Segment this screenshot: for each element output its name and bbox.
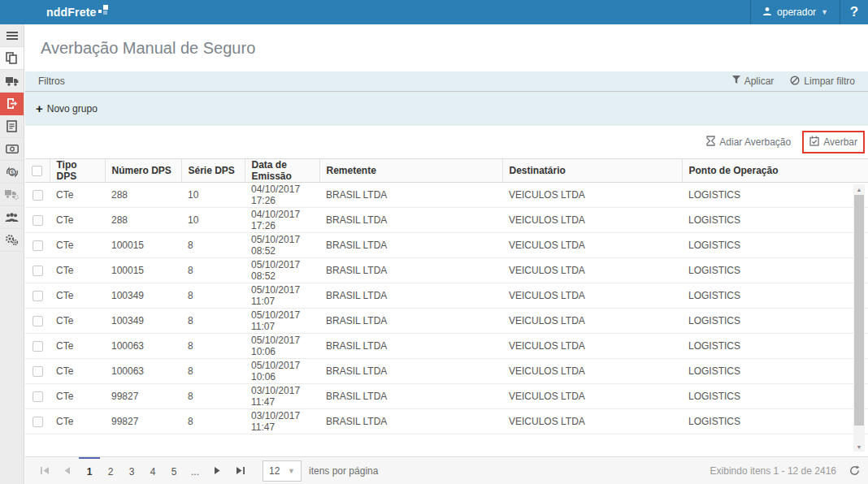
table-row: CTe100063805/10/2017 10:06BRASIL LTDAVEI… bbox=[25, 334, 868, 359]
apply-filter-button[interactable]: Aplicar bbox=[732, 76, 775, 88]
previous-page-button[interactable] bbox=[56, 457, 79, 484]
sidebar-toggle[interactable] bbox=[0, 24, 24, 47]
slash-circle-icon bbox=[790, 76, 800, 88]
cell-remetente: BRASIL LTDA bbox=[319, 233, 502, 258]
last-page-button[interactable] bbox=[228, 457, 251, 484]
column-header-remetente[interactable]: Remetente bbox=[319, 159, 502, 183]
clear-filter-button[interactable]: Limpar filtro bbox=[790, 76, 855, 88]
hamburger-icon bbox=[7, 32, 18, 40]
cell-ponto: LOGISTICS bbox=[682, 384, 868, 409]
cell-remetente: BRASIL LTDA bbox=[319, 283, 502, 309]
cell-numero: 100063 bbox=[105, 359, 181, 384]
cell-tipo: CTe bbox=[50, 283, 105, 309]
filters-panel: Filtros Aplicar Limpar filtro bbox=[25, 71, 868, 126]
sidebar-item-fleet[interactable] bbox=[0, 184, 24, 206]
column-header-data-emissao[interactable]: Data de Emissão bbox=[245, 159, 319, 183]
sidebar: $ bbox=[0, 24, 24, 484]
page-2-button[interactable]: 2 bbox=[100, 457, 121, 484]
row-checkbox[interactable] bbox=[33, 240, 43, 251]
select-all-checkbox[interactable] bbox=[32, 166, 42, 176]
page-size-select[interactable]: 12 ▼ bbox=[263, 460, 302, 482]
page-title: Averbação Manual de Seguro bbox=[25, 24, 868, 71]
column-header-destinatario[interactable]: Destinatário bbox=[502, 159, 682, 183]
column-header-ponto-operacao[interactable]: Ponto de Operação bbox=[682, 159, 868, 183]
row-checkbox[interactable] bbox=[33, 266, 43, 276]
user-menu[interactable]: operador ▼ bbox=[750, 0, 840, 24]
row-checkbox[interactable] bbox=[33, 291, 43, 301]
page-ellipsis[interactable]: ... bbox=[184, 457, 206, 484]
sidebar-item-documents[interactable] bbox=[0, 47, 24, 70]
cell-numero: 288 bbox=[105, 208, 181, 233]
scrollbar-thumb[interactable] bbox=[854, 195, 864, 426]
table-scrollbar[interactable]: ▲ ▼ bbox=[853, 184, 865, 452]
postpone-endorsement-button[interactable]: Adiar Averbação bbox=[706, 136, 791, 149]
endorse-button[interactable]: Averbar bbox=[809, 136, 857, 149]
row-checkbox[interactable] bbox=[33, 215, 43, 226]
cell-serie: 8 bbox=[181, 359, 245, 384]
sidebar-item-users[interactable] bbox=[0, 206, 24, 229]
cell-ponto: LOGISTICS bbox=[682, 334, 868, 359]
cell-numero: 100015 bbox=[105, 233, 181, 258]
topbar-right: operador ▼ ? bbox=[750, 0, 868, 24]
column-header-tipo-dps[interactable]: Tipo DPS bbox=[50, 159, 105, 183]
pager-status: Exibindo itens 1 - 12 de 2416 bbox=[710, 465, 860, 477]
cell-remetente: BRASIL LTDA bbox=[319, 208, 502, 233]
sidebar-item-exchange[interactable]: $ bbox=[0, 161, 24, 184]
cell-serie: 8 bbox=[181, 384, 245, 409]
scroll-up-icon[interactable]: ▲ bbox=[853, 184, 865, 194]
cell-numero: 288 bbox=[105, 183, 181, 208]
cell-remetente: BRASIL LTDA bbox=[319, 334, 502, 359]
cell-data: 03/10/2017 11:47 bbox=[245, 384, 319, 409]
page-4-button[interactable]: 4 bbox=[142, 457, 163, 484]
filters-actions: Aplicar Limpar filtro bbox=[732, 76, 855, 88]
cell-tipo: CTe bbox=[50, 359, 105, 384]
new-group-button[interactable]: + Novo grupo bbox=[36, 103, 98, 115]
table-header-row: Tipo DPS Número DPS Série DPS Data de Em… bbox=[25, 159, 868, 183]
cell-destinatario: VEICULOS LTDA bbox=[502, 359, 682, 384]
topbar: nddFrete operador ▼ ? bbox=[0, 0, 868, 24]
truck-icon bbox=[6, 76, 19, 86]
scroll-down-icon[interactable]: ▼ bbox=[853, 442, 865, 452]
column-header-serie-dps[interactable]: Série DPS bbox=[181, 159, 245, 183]
cell-remetente: BRASIL LTDA bbox=[319, 359, 502, 384]
dps-table: Tipo DPS Número DPS Série DPS Data de Em… bbox=[25, 158, 868, 434]
column-header-numero-dps[interactable]: Número DPS bbox=[105, 159, 181, 183]
cell-destinatario: VEICULOS LTDA bbox=[502, 384, 682, 409]
row-checkbox[interactable] bbox=[33, 417, 43, 427]
funnel-icon bbox=[732, 76, 740, 87]
hourglass-icon bbox=[706, 136, 715, 149]
table-row: CTe100015805/10/2017 08:52BRASIL LTDAVEI… bbox=[25, 258, 868, 283]
refresh-button[interactable] bbox=[849, 465, 860, 476]
cell-destinatario: VEICULOS LTDA bbox=[502, 334, 682, 359]
cell-serie: 8 bbox=[181, 283, 245, 309]
cell-tipo: CTe bbox=[50, 384, 105, 409]
cell-numero: 100349 bbox=[105, 309, 181, 334]
averbar-annotation-box: Averbar bbox=[802, 131, 865, 153]
next-page-button[interactable] bbox=[206, 457, 228, 484]
chevron-down-icon: ▼ bbox=[288, 467, 295, 475]
cell-destinatario: VEICULOS LTDA bbox=[502, 258, 682, 283]
row-checkbox[interactable] bbox=[33, 316, 43, 326]
page-3-button[interactable]: 3 bbox=[121, 457, 142, 484]
sidebar-item-averbacao[interactable] bbox=[0, 93, 24, 115]
row-checkbox[interactable] bbox=[33, 366, 43, 377]
cell-data: 05/10/2017 10:06 bbox=[245, 359, 319, 384]
sidebar-item-payments[interactable] bbox=[0, 138, 24, 161]
page-5-button[interactable]: 5 bbox=[163, 457, 184, 484]
cell-serie: 10 bbox=[181, 183, 245, 208]
cell-data: 05/10/2017 11:07 bbox=[245, 309, 319, 334]
sidebar-item-dps[interactable] bbox=[0, 115, 24, 138]
plus-icon: + bbox=[36, 105, 43, 113]
table-row: CTe2881004/10/2017 17:26BRASIL LTDAVEICU… bbox=[25, 208, 868, 233]
sidebar-item-settings[interactable] bbox=[0, 229, 24, 252]
sidebar-item-transport[interactable] bbox=[0, 70, 24, 93]
cell-numero: 100349 bbox=[105, 283, 181, 309]
help-button[interactable]: ? bbox=[840, 0, 868, 24]
page-1-button[interactable]: 1 bbox=[79, 457, 100, 484]
first-page-button[interactable] bbox=[33, 457, 56, 484]
cell-data: 04/10/2017 17:26 bbox=[245, 208, 319, 233]
row-checkbox[interactable] bbox=[33, 341, 43, 352]
page-numbers: 12345... bbox=[79, 457, 206, 484]
row-checkbox[interactable] bbox=[33, 190, 43, 201]
row-checkbox[interactable] bbox=[33, 391, 43, 402]
